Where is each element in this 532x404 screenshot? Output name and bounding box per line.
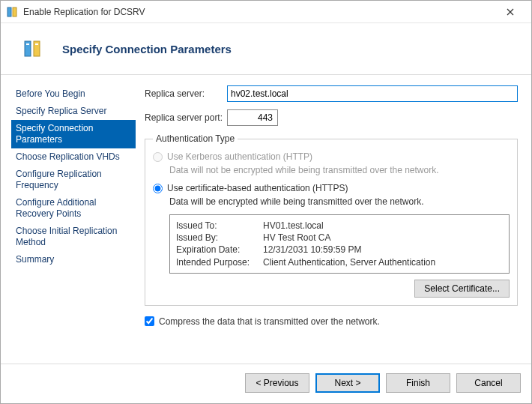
cert-issued-to-label: Issued To: bbox=[176, 220, 263, 232]
replica-port-input[interactable] bbox=[227, 109, 278, 126]
svg-rect-4 bbox=[26, 43, 29, 45]
kerberos-radio-row: Use Kerberos authentication (HTTP) bbox=[153, 151, 510, 162]
cert-radio-row[interactable]: Use certificate-based authentication (HT… bbox=[153, 183, 510, 193]
nav-before-you-begin[interactable]: Before You Begin bbox=[11, 85, 136, 103]
nav-configure-additional-recovery-points[interactable]: Configure Additional Recovery Points bbox=[11, 194, 136, 223]
next-button[interactable]: Next > bbox=[315, 373, 380, 393]
wizard-footer: < Previous Next > Finish Cancel bbox=[1, 364, 531, 403]
cancel-button[interactable]: Cancel bbox=[456, 373, 521, 393]
kerberos-radio-label: Use Kerberos authentication (HTTP) bbox=[167, 151, 312, 162]
svg-rect-0 bbox=[7, 7, 11, 16]
nav-choose-replication-vhds[interactable]: Choose Replication VHDs bbox=[11, 148, 136, 166]
kerberos-hint: Data will not be encrypted while being t… bbox=[169, 165, 510, 175]
authentication-type-group: Authentication Type Use Kerberos authent… bbox=[145, 133, 518, 306]
cert-issued-by-label: Issued By: bbox=[176, 232, 263, 244]
wizard-nav: Before You Begin Specify Replica Server … bbox=[11, 85, 136, 364]
wizard-header: Specify Connection Parameters bbox=[1, 23, 531, 74]
window-title: Enable Replication for DCSRV bbox=[23, 7, 145, 17]
compress-checkbox-label: Compress the data that is transmitted ov… bbox=[159, 316, 380, 327]
cert-radio[interactable] bbox=[153, 184, 163, 193]
replica-port-label: Replica server port: bbox=[145, 112, 227, 123]
cert-radio-label: Use certificate-based authentication (HT… bbox=[167, 183, 348, 193]
select-certificate-button[interactable]: Select Certificate... bbox=[414, 280, 510, 298]
compress-checkbox[interactable] bbox=[145, 316, 154, 326]
finish-button[interactable]: Finish bbox=[386, 373, 450, 393]
cert-expiration-value: 12/31/2031 10:59:59 PM bbox=[263, 244, 361, 256]
certificate-details: Issued To: HV01.test.local Issued By: HV… bbox=[169, 214, 510, 274]
cert-issued-by-value: HV Test Root CA bbox=[263, 232, 330, 244]
nav-specify-replica-server[interactable]: Specify Replica Server bbox=[11, 103, 136, 120]
cert-purpose-label: Intended Purpose: bbox=[176, 256, 263, 268]
svg-rect-1 bbox=[13, 7, 16, 16]
replica-server-label: Replica server: bbox=[145, 88, 227, 99]
nav-configure-replication-frequency[interactable]: Configure Replication Frequency bbox=[11, 166, 136, 194]
replica-server-input[interactable] bbox=[227, 85, 518, 102]
cert-hint: Data will be encrypted while being trans… bbox=[169, 196, 510, 207]
authentication-type-legend: Authentication Type bbox=[153, 133, 238, 144]
cert-issued-to-value: HV01.test.local bbox=[263, 220, 324, 232]
cert-expiration-label: Expiration Date: bbox=[176, 244, 263, 256]
nav-specify-connection-parameters[interactable]: Specify Connection Parameters bbox=[11, 120, 136, 148]
cert-purpose-value: Client Authentication, Server Authentica… bbox=[263, 256, 435, 268]
app-icon bbox=[7, 6, 19, 18]
kerberos-radio bbox=[153, 152, 163, 162]
previous-button[interactable]: < Previous bbox=[245, 373, 309, 393]
nav-choose-initial-replication-method[interactable]: Choose Initial Replication Method bbox=[11, 223, 136, 251]
svg-rect-5 bbox=[35, 43, 38, 45]
wizard-content: Replica server: Replica server port: Aut… bbox=[145, 85, 521, 364]
page-title: Specify Connection Parameters bbox=[62, 43, 232, 55]
wizard-window: Enable Replication for DCSRV Specify Con… bbox=[0, 0, 532, 404]
close-button[interactable] bbox=[495, 1, 525, 22]
wizard-icon bbox=[22, 37, 46, 61]
compress-checkbox-row[interactable]: Compress the data that is transmitted ov… bbox=[145, 316, 518, 327]
titlebar: Enable Replication for DCSRV bbox=[1, 1, 531, 23]
nav-summary[interactable]: Summary bbox=[11, 251, 136, 268]
